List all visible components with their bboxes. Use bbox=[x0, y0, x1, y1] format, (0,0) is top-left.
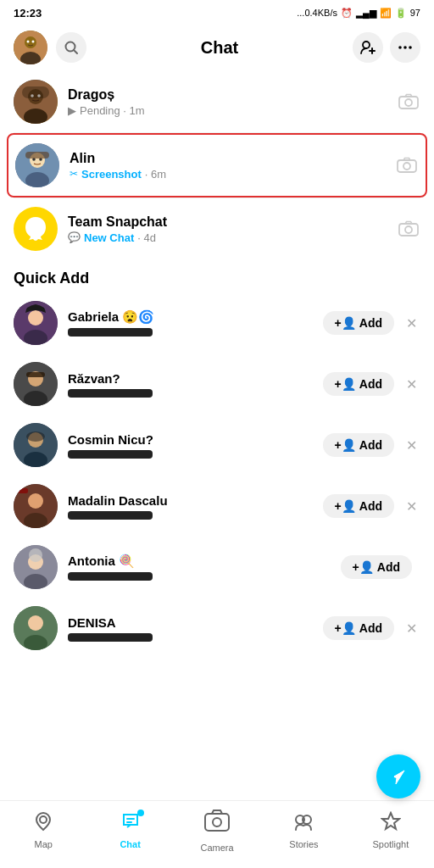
quick-add-item-razvan[interactable]: Răzvan? +👤 Add ✕ bbox=[0, 353, 434, 415]
add-person-icon-6: +👤 bbox=[335, 621, 356, 635]
quick-add-item-madalin[interactable]: Madalin Dascalu +👤 Add ✕ bbox=[0, 476, 434, 537]
map-icon bbox=[33, 811, 53, 837]
svg-line-54 bbox=[394, 776, 397, 777]
dismiss-button-cosmin[interactable]: ✕ bbox=[403, 434, 420, 457]
add-person-icon-2: +👤 bbox=[335, 377, 356, 391]
chat-item-team-snapchat[interactable]: Team Snapchat 💬 New Chat · 4d bbox=[0, 198, 434, 259]
chat-sub-dragos: ▶ Pending · 1m bbox=[68, 104, 397, 117]
add-button-gabriela[interactable]: +👤 Add bbox=[323, 311, 394, 335]
add-button-razvan[interactable]: +👤 Add bbox=[323, 372, 394, 396]
header-actions bbox=[353, 32, 420, 63]
chat-sub-team-snapchat: 💬 New Chat · 4d bbox=[68, 231, 397, 244]
svg-point-11 bbox=[403, 46, 407, 49]
nav-label-spotlight: Spotlight bbox=[372, 839, 409, 849]
svg-rect-58 bbox=[205, 814, 229, 831]
svg-rect-18 bbox=[22, 86, 49, 98]
add-button-antonia[interactable]: +👤 Add bbox=[341, 555, 412, 579]
dismiss-button-denisa[interactable]: ✕ bbox=[403, 617, 420, 640]
quick-add-name-gabriela: Gabriela 😧🌀 bbox=[68, 309, 323, 325]
svg-point-33 bbox=[28, 310, 43, 326]
svg-point-4 bbox=[32, 41, 35, 43]
svg-point-7 bbox=[363, 42, 370, 48]
avatar-denisa bbox=[14, 606, 58, 650]
avatar-antonia bbox=[14, 545, 58, 589]
quick-add-name-antonia: Antonia 🍭 bbox=[68, 554, 341, 569]
dismiss-button-razvan[interactable]: ✕ bbox=[403, 373, 420, 396]
chat-bubble-icon: 💬 bbox=[68, 231, 81, 243]
add-person-icon-4: +👤 bbox=[335, 499, 356, 513]
quick-add-info-madalin: Madalin Dascalu bbox=[68, 493, 323, 520]
add-person-icon-3: +👤 bbox=[335, 438, 356, 452]
add-person-icon-5: +👤 bbox=[353, 560, 374, 574]
nav-item-spotlight[interactable]: Spotlight bbox=[348, 811, 434, 849]
svg-rect-38 bbox=[26, 372, 45, 377]
camera-icon-alin bbox=[395, 153, 419, 177]
quick-add-info-gabriela: Gabriela 😧🌀 bbox=[68, 309, 323, 337]
camera-icon-dragos bbox=[397, 90, 420, 114]
add-person-icon: +👤 bbox=[335, 316, 356, 330]
avatar-alin bbox=[15, 143, 59, 187]
nav-label-stories: Stories bbox=[289, 839, 318, 849]
quick-add-item-gabriela[interactable]: Gabriela 😧🌀 +👤 Add ✕ bbox=[0, 292, 434, 353]
nav-item-map[interactable]: Map bbox=[0, 811, 86, 849]
quick-add-info-denisa: DENISA bbox=[68, 615, 323, 642]
avatar-razvan bbox=[14, 362, 58, 406]
more-options-button[interactable] bbox=[390, 32, 420, 63]
chat-item-alin[interactable]: Alin ✂ Screenshot · 6m bbox=[7, 133, 427, 198]
dismiss-button-madalin[interactable]: ✕ bbox=[403, 495, 420, 518]
quick-add-item-antonia[interactable]: Antonia 🍭 +👤 Add bbox=[0, 537, 434, 598]
quick-add-info-razvan: Răzvan? bbox=[68, 371, 323, 398]
status-bar: 12:23 ...0.4KB/s ⏰ ▂▄▆ 📶 🔋 97 bbox=[0, 0, 434, 24]
avatar-gabriela bbox=[14, 301, 58, 345]
quick-add-sub-denisa bbox=[68, 633, 153, 642]
avatar-team-snapchat bbox=[14, 207, 58, 251]
page-title: Chat bbox=[86, 38, 353, 58]
chat-item-dragos[interactable]: Dragoș ▶ Pending · 1m bbox=[0, 71, 434, 132]
add-friend-button[interactable] bbox=[353, 32, 383, 63]
svg-point-12 bbox=[409, 46, 412, 49]
quick-add-item-denisa[interactable]: DENISA +👤 Add ✕ bbox=[0, 598, 434, 659]
alarm-icon: ⏰ bbox=[341, 8, 353, 19]
chat-info-team-snapchat: Team Snapchat 💬 New Chat · 4d bbox=[68, 214, 397, 244]
signal-icon: ▂▄▆ bbox=[356, 8, 376, 19]
svg-point-10 bbox=[398, 46, 402, 49]
add-button-madalin[interactable]: +👤 Add bbox=[323, 494, 394, 518]
user-avatar[interactable] bbox=[14, 31, 47, 64]
spotlight-icon bbox=[381, 811, 401, 837]
svg-rect-56 bbox=[126, 818, 135, 820]
svg-point-59 bbox=[213, 818, 221, 826]
nav-item-camera[interactable]: Camera bbox=[174, 808, 260, 853]
chat-icon bbox=[120, 811, 141, 837]
nav-item-stories[interactable]: Stories bbox=[260, 811, 347, 849]
stories-icon bbox=[292, 811, 314, 837]
nav-label-chat: Chat bbox=[120, 839, 140, 849]
add-button-denisa[interactable]: +👤 Add bbox=[323, 616, 394, 640]
chat-name-dragos: Dragoș bbox=[68, 87, 397, 103]
svg-point-55 bbox=[40, 816, 47, 823]
svg-point-52 bbox=[28, 615, 43, 631]
nav-item-chat[interactable]: Chat bbox=[86, 811, 173, 849]
svg-rect-26 bbox=[25, 152, 49, 159]
svg-point-31 bbox=[405, 226, 412, 233]
quick-add-title: Quick Add bbox=[0, 259, 434, 292]
bottom-nav: Map Chat Camera bbox=[0, 800, 434, 868]
svg-rect-46 bbox=[18, 488, 28, 493]
quick-add-info-antonia: Antonia 🍭 bbox=[68, 554, 341, 581]
search-button[interactable] bbox=[56, 32, 86, 63]
quick-add-name-denisa: DENISA bbox=[68, 615, 323, 630]
dismiss-button-gabriela[interactable]: ✕ bbox=[403, 312, 420, 335]
compose-fab[interactable] bbox=[376, 754, 420, 798]
screenshot-icon: ✂ bbox=[70, 168, 78, 180]
quick-add-item-cosmin[interactable]: Cosmin Nicu? +👤 Add ✕ bbox=[0, 415, 434, 476]
battery-icon: 🔋 bbox=[395, 8, 407, 19]
avatar-dragos bbox=[14, 80, 58, 124]
add-button-cosmin[interactable]: +👤 Add bbox=[323, 433, 394, 457]
quick-add-sub-cosmin bbox=[68, 450, 153, 459]
svg-rect-57 bbox=[126, 821, 132, 823]
svg-point-50 bbox=[29, 548, 42, 562]
chat-info-alin: Alin ✂ Screenshot · 6m bbox=[70, 151, 395, 181]
svg-point-3 bbox=[27, 41, 30, 43]
quick-add-info-cosmin: Cosmin Nicu? bbox=[68, 432, 323, 459]
pending-arrow-icon: ▶ bbox=[68, 104, 76, 117]
quick-add-name-madalin: Madalin Dascalu bbox=[68, 493, 323, 508]
